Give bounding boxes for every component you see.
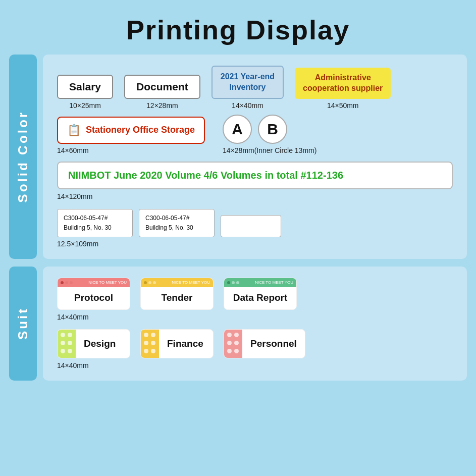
design-group: Design xyxy=(57,329,130,358)
niimbot-card: NIIMBOT June 2020 Volume 4/6 Volumes in … xyxy=(57,162,453,189)
protocol-group: NICE TO MEET YOU Protocol xyxy=(57,278,130,310)
stationery-icon: 📋 xyxy=(67,124,81,137)
document-size: 12×28mm xyxy=(146,101,178,110)
admin-label-group: Administrativecooperation supplier 14×50… xyxy=(295,68,391,110)
finance-card: Finance xyxy=(140,329,214,358)
document-label-group: Document 12×28mm xyxy=(124,75,200,110)
suit-label: Suit xyxy=(15,307,31,340)
solid-color-content: Salary 10×25mm Document 12×28mm 2021 Yea… xyxy=(43,55,467,259)
address-card-2: C300-06-05-47#Building 5, No. 30 xyxy=(139,209,215,237)
solid-color-label: Solid Color xyxy=(15,111,31,203)
yearend-chip: 2021 Year-endInventory xyxy=(211,66,284,99)
stationery-row: 📋 Stationery Office Storage 14×60mm A B … xyxy=(57,115,453,154)
page-title: Printing Display xyxy=(0,0,476,55)
ab-group: A B 14×28mm(Inner Circle 13mm) xyxy=(223,115,316,154)
a-circle: A xyxy=(223,115,252,144)
address-size: 12.5×109mm xyxy=(57,240,453,248)
personnel-card: Personnel xyxy=(224,329,305,358)
suit-row2: Design xyxy=(57,329,453,358)
label-chips-row: Salary 10×25mm Document 12×28mm 2021 Yea… xyxy=(57,66,453,110)
address-card-1: C300-06-05-47#Building 5, No. 30 xyxy=(57,209,133,237)
stationery-group: 📋 Stationery Office Storage 14×60mm xyxy=(57,117,205,154)
address-row: C300-06-05-47#Building 5, No. 30 C300-06… xyxy=(57,209,453,237)
address-card-empty xyxy=(221,215,281,237)
design-card: Design xyxy=(57,329,130,358)
yearend-label-group: 2021 Year-endInventory 14×40mm xyxy=(211,66,284,110)
admin-size: 14×50mm xyxy=(327,101,359,110)
b-circle: B xyxy=(258,115,287,144)
data-report-group: NICE TO MEET YOU Data Report xyxy=(224,278,297,310)
stationery-size: 14×60mm xyxy=(57,146,205,154)
salary-size: 10×25mm xyxy=(69,101,101,110)
suit-size1: 14×40mm xyxy=(57,313,453,321)
ab-size: 14×28mm(Inner Circle 13mm) xyxy=(223,146,316,154)
personnel-group: Personnel xyxy=(224,329,305,358)
finance-group: Finance xyxy=(140,329,214,358)
solid-color-sidebar: Solid Color xyxy=(9,55,37,259)
tender-card: NICE TO MEET YOU Tender xyxy=(140,278,214,310)
suit-sidebar: Suit xyxy=(9,267,37,381)
niimbot-size: 14×120mm xyxy=(57,192,92,200)
suit-row1: NICE TO MEET YOU Protocol xyxy=(57,278,453,310)
stationery-text: Stationery Office Storage xyxy=(86,125,195,135)
document-chip: Document xyxy=(124,75,200,99)
admin-chip: Administrativecooperation supplier xyxy=(295,68,391,99)
stationery-card: 📋 Stationery Office Storage xyxy=(57,117,205,144)
data-report-card: NICE TO MEET YOU Data Report xyxy=(224,278,297,310)
niimbot-text: NIIMBOT June 2020 Volume 4/6 Volumes in … xyxy=(68,170,343,181)
suit-size2: 14×40mm xyxy=(57,361,453,369)
tender-group: NICE TO MEET YOU Tender xyxy=(140,278,214,310)
salary-chip: Salary xyxy=(57,75,113,99)
protocol-card: NICE TO MEET YOU Protocol xyxy=(57,278,130,310)
niimbot-group: NIIMBOT June 2020 Volume 4/6 Volumes in … xyxy=(57,162,453,201)
salary-label-group: Salary 10×25mm xyxy=(57,75,113,110)
suit-content: NICE TO MEET YOU Protocol xyxy=(43,267,467,381)
yearend-size: 14×40mm xyxy=(232,101,263,110)
